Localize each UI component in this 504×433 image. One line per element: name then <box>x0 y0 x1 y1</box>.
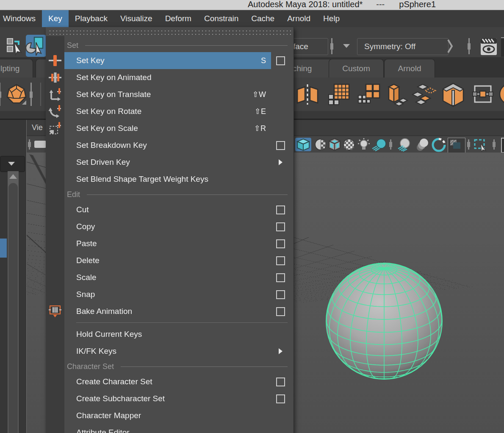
menu-deform[interactable]: Deform <box>159 10 198 27</box>
divider <box>331 38 332 54</box>
menu-item-set-blend-shape-target-weight-keys[interactable]: Set Blend Shape Target Weight Keys <box>64 171 294 188</box>
menu-item-set-key-on-translate[interactable]: Set Key on Translate ⇧W <box>64 86 294 103</box>
shaded-mode-icon[interactable] <box>295 138 311 151</box>
toolbar-partial-icon <box>501 37 504 57</box>
menu-arnold[interactable]: Arnold <box>281 10 317 27</box>
symmetry-field[interactable]: Symmetry: Off <box>357 38 449 55</box>
menu-item-attribute-editor[interactable]: Attribute Editor <box>64 424 294 433</box>
menu-item-delete[interactable]: Delete <box>64 252 294 269</box>
menu-cache[interactable]: Cache <box>245 10 281 27</box>
select-object-icon[interactable] <box>26 35 46 57</box>
poly-platonic-solid-icon[interactable] <box>6 83 27 105</box>
tear-off-handle[interactable] <box>48 28 291 35</box>
title-dashes: --- <box>376 0 385 10</box>
option-box[interactable] <box>276 307 285 316</box>
expand-chevron-icon[interactable] <box>447 39 454 53</box>
checker-material-icon[interactable] <box>343 138 355 151</box>
chevron-down-icon <box>8 162 15 166</box>
window-title: Autodesk Maya 2018: untitled* <box>248 0 363 10</box>
menu-playback[interactable]: Playback <box>69 10 114 27</box>
menu-item-snap[interactable]: Snap <box>64 286 294 303</box>
select-hierarchy-icon[interactable] <box>4 36 25 56</box>
option-box[interactable] <box>276 377 285 386</box>
toolbar-partial-button[interactable] <box>34 141 46 148</box>
menu-item-paste[interactable]: Paste <box>64 235 294 252</box>
tab-arnold[interactable]: Arnold <box>384 59 435 78</box>
option-box[interactable] <box>276 290 285 299</box>
menu-separator <box>76 320 288 326</box>
menu-item-ik-fk-keys[interactable]: IK/FK Keys <box>64 343 294 360</box>
menu-item-bake-animation[interactable]: Bake Animation <box>64 303 294 320</box>
option-box[interactable] <box>276 205 285 214</box>
title-bar: Autodesk Maya 2018: untitled* --- pSpher… <box>0 0 504 10</box>
reduce-icon[interactable] <box>357 83 380 106</box>
menu-visualize[interactable]: Visualize <box>114 10 159 27</box>
menu-help[interactable]: Help <box>317 10 346 27</box>
set-key-animated-icon <box>48 70 62 85</box>
ssao-icon[interactable] <box>396 138 413 152</box>
extrude-icon[interactable] <box>385 82 409 107</box>
toolbar-partial-icon <box>501 138 504 153</box>
isolate-select-icon[interactable] <box>473 138 489 152</box>
menu-windows[interactable]: Windows <box>0 10 42 27</box>
xray-icon[interactable] <box>448 138 465 153</box>
mirror-icon[interactable] <box>296 83 319 106</box>
option-box[interactable] <box>276 394 285 403</box>
anti-alias-icon[interactable] <box>432 138 446 152</box>
textured-cube-icon[interactable] <box>328 138 341 151</box>
set-key-icon <box>48 53 62 68</box>
divider <box>30 83 32 106</box>
set-key-translate-icon <box>48 87 62 102</box>
tab-sculpting[interactable]: lpting <box>0 59 33 78</box>
option-box[interactable] <box>276 141 285 150</box>
menu-item-cut[interactable]: Cut <box>64 201 294 218</box>
menu-item-set-key-on-animated[interactable]: Set Key on Animated <box>64 69 294 86</box>
menu-item-scale[interactable]: Scale <box>64 269 294 286</box>
option-box[interactable] <box>276 256 285 265</box>
viewport-view-menu[interactable]: Vie <box>32 123 43 132</box>
poly-sphere-icon[interactable] <box>498 83 504 105</box>
option-box[interactable] <box>276 222 285 231</box>
divider <box>493 139 495 150</box>
option-box[interactable] <box>276 56 285 65</box>
menu-item-set-driven-key[interactable]: Set Driven Key <box>64 154 294 171</box>
menu-item-copy[interactable]: Copy <box>64 218 294 235</box>
option-box[interactable] <box>276 273 285 282</box>
bevel-icon[interactable] <box>441 82 465 107</box>
menu-item-set-breakdown-key[interactable]: Set Breakdown Key <box>64 137 294 154</box>
menu-item-hold-current-keys[interactable]: Hold Current Keys <box>64 326 294 343</box>
psphere-object[interactable] <box>324 261 444 381</box>
left-panel <box>0 120 26 433</box>
shadows-icon[interactable] <box>371 138 388 151</box>
scrollbar-thumb[interactable] <box>8 183 18 433</box>
quad-draw-icon[interactable] <box>411 83 437 106</box>
divider <box>40 83 41 106</box>
motion-blur-icon[interactable] <box>415 138 430 152</box>
maya-window: Autodesk Maya 2018: untitled* --- pSpher… <box>0 0 504 433</box>
menu-section-edit: Edit <box>64 188 294 201</box>
key-menu-popup: Set Set Key S <box>46 27 294 433</box>
menu-item-set-key[interactable]: Set Key S <box>64 52 294 69</box>
menu-item-set-key-on-scale[interactable]: Set Key on Scale ⇧R <box>64 120 294 137</box>
menu-constrain[interactable]: Constrain <box>198 10 245 27</box>
menu-item-create-character-set[interactable]: Create Character Set <box>64 373 294 390</box>
menu-item-character-mapper[interactable]: Character Mapper <box>64 407 294 424</box>
lighting-icon[interactable] <box>357 138 370 152</box>
textured-sphere-icon[interactable] <box>314 138 327 151</box>
multi-cut-icon[interactable] <box>471 83 494 105</box>
smooth-icon[interactable] <box>327 83 351 106</box>
tab-custom[interactable]: Custom <box>329 59 384 78</box>
option-box[interactable] <box>276 239 285 248</box>
menu-section-set: Set <box>64 39 294 52</box>
selected-row-highlight <box>0 239 7 258</box>
menu-item-create-subcharacter-set[interactable]: Create Subcharacter Set <box>64 390 294 407</box>
scroll-up-icon[interactable] <box>9 174 17 179</box>
submenu-arrow-icon <box>279 348 282 354</box>
panel-dropdown-button[interactable] <box>0 156 25 172</box>
divider <box>0 83 0 106</box>
menu-item-set-key-on-rotate[interactable]: Set Key on Rotate ⇧E <box>64 103 294 120</box>
menu-key[interactable]: Key <box>42 10 69 27</box>
playblast-icon[interactable] <box>480 37 497 56</box>
dropdown-caret-icon[interactable] <box>343 44 350 48</box>
divider <box>468 38 470 54</box>
